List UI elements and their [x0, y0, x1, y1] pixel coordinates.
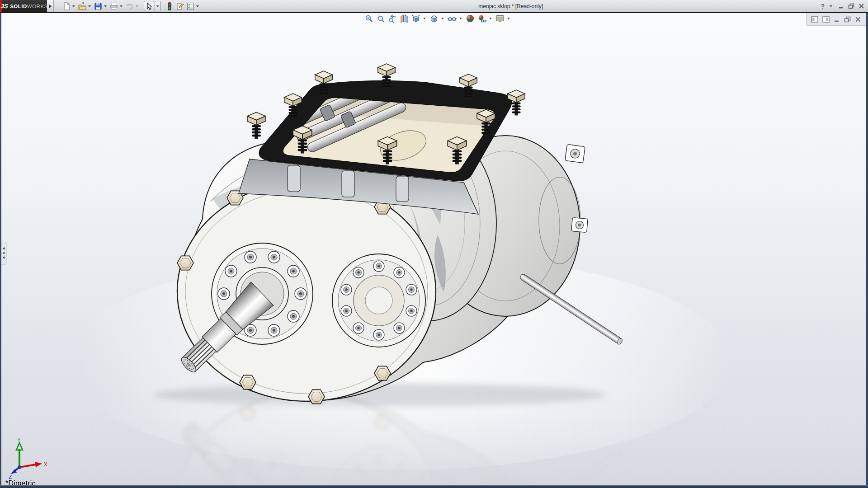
zoom-to-fit-button[interactable] [363, 14, 374, 23]
apply-scene-button[interactable] [465, 14, 476, 23]
options-checklist-icon [186, 2, 195, 11]
section-view-button[interactable] [399, 14, 410, 23]
title-controls: ? [821, 3, 864, 10]
triad-z-label: Z [9, 474, 12, 479]
open-dropdown[interactable] [88, 5, 91, 7]
help-dropdown[interactable] [830, 5, 832, 7]
undo-dropdown[interactable] [136, 5, 138, 7]
restore-document-icon [844, 16, 851, 23]
view-settings-button[interactable] [476, 14, 487, 23]
left-arrow-icon [3, 247, 5, 250]
ds-logo-mark: 3S [0, 3, 9, 9]
view-orientation-dropdown[interactable] [423, 18, 426, 19]
open-folder-icon [78, 2, 87, 11]
featuremanager-collapsed-tab[interactable] [1, 242, 6, 264]
new-document-icon [62, 2, 71, 11]
collapse-right-pane-button[interactable] [822, 16, 830, 23]
collapse-right-pane-icon [822, 16, 830, 23]
triad-y-label: Y [17, 437, 21, 443]
close-icon [859, 3, 864, 9]
section-view-icon [400, 14, 409, 23]
printer-icon [109, 2, 118, 11]
options-dropdown[interactable] [196, 5, 199, 7]
edit-appearance-icon [495, 14, 505, 23]
left-arrow-icon [3, 252, 5, 254]
file-properties-icon [175, 2, 184, 11]
minimize-icon [838, 3, 844, 9]
save-floppy-icon [94, 2, 103, 11]
open-button[interactable] [77, 1, 87, 11]
view-orientation-cube-icon [411, 14, 420, 23]
window-border-bottom [0, 485, 868, 488]
hide-show-items-dropdown[interactable] [459, 18, 462, 19]
restore-icon [848, 3, 854, 9]
edit-appearance-dropdown[interactable] [507, 18, 510, 19]
rebuild-button[interactable] [164, 1, 175, 11]
minimize-document-button[interactable] [834, 16, 840, 23]
select-dropdown[interactable] [155, 1, 160, 11]
close-button[interactable] [859, 3, 864, 9]
brand-name: SOLIDWORKS [10, 4, 48, 9]
undo-button[interactable] [124, 1, 135, 11]
edit-appearance-button[interactable] [495, 14, 505, 23]
menu-flyout-button[interactable] [47, 0, 54, 12]
zoom-to-fit-icon [364, 14, 373, 23]
previous-view-button[interactable] [387, 14, 398, 23]
apply-scene-sphere-icon [466, 14, 475, 23]
traffic-light-icon [165, 2, 174, 11]
close-document-button[interactable] [855, 16, 861, 23]
reflection-fade [1, 392, 866, 485]
window-title: menjac sklop * [Read-only] [201, 3, 821, 9]
gearbox-model[interactable] [1, 13, 866, 485]
reference-triad: Y X Z [8, 437, 49, 479]
left-arrow-icon [3, 256, 5, 259]
titlebar: 3S SOLIDWORKS [0, 0, 868, 12]
help-button[interactable]: ? [821, 3, 825, 10]
close-document-icon [855, 16, 861, 23]
new-button[interactable] [61, 1, 71, 11]
right-arrow-icon [49, 5, 52, 8]
minimize-document-icon [834, 16, 840, 23]
display-style-dropdown[interactable] [441, 18, 444, 19]
graphics-viewport[interactable]: Y X Z *Dimetric [1, 13, 866, 485]
new-dropdown[interactable] [72, 5, 75, 7]
save-dropdown[interactable] [104, 5, 107, 7]
print-button[interactable] [108, 1, 119, 11]
window-border-right [866, 13, 868, 488]
solidworks-logo: 3S SOLIDWORKS [2, 0, 47, 12]
document-window-controls [806, 13, 866, 26]
display-style-cube-icon [429, 14, 439, 23]
eyeglasses-icon [448, 14, 457, 23]
solidworks-window: 3S SOLIDWORKS [0, 0, 868, 488]
options-button[interactable] [185, 1, 195, 11]
triad-x-label: X [44, 461, 47, 468]
view-settings-icon [477, 14, 486, 23]
save-button[interactable] [93, 1, 103, 11]
previous-view-icon [388, 14, 397, 23]
restore-button[interactable] [848, 3, 854, 9]
restore-document-button[interactable] [844, 16, 851, 23]
zoom-to-area-button[interactable] [375, 14, 386, 23]
view-orientation-label: *Dimetric [5, 479, 36, 485]
display-style-button[interactable] [429, 14, 439, 23]
select-button[interactable] [144, 1, 154, 11]
collapse-left-pane-button[interactable] [811, 16, 818, 23]
zoom-to-area-icon [376, 14, 385, 23]
headsup-view-toolbar [363, 14, 512, 23]
select-cursor-icon [145, 2, 153, 10]
print-dropdown[interactable] [120, 5, 123, 7]
minimize-button[interactable] [838, 3, 844, 9]
view-orientation-button[interactable] [410, 14, 421, 23]
view-settings-dropdown[interactable] [489, 18, 492, 19]
collapse-left-pane-icon [811, 16, 818, 23]
file-properties-button[interactable] [175, 1, 185, 11]
window-border-left [0, 13, 1, 488]
main-toolbar [61, 1, 201, 11]
hide-show-items-button[interactable] [447, 14, 458, 23]
undo-arrow-icon [125, 2, 134, 11]
